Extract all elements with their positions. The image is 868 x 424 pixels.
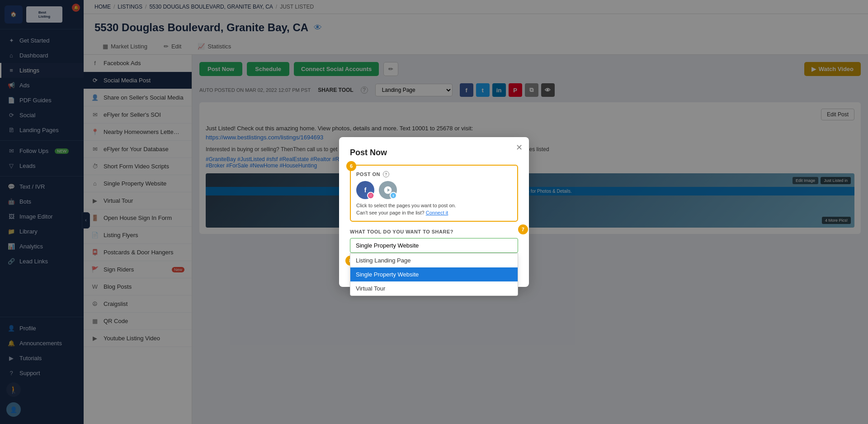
dropdown-listing-landing-page[interactable]: Listing Landing Page [350, 253, 518, 267]
tool-select[interactable]: Listing Landing Page Single Property Web… [350, 238, 518, 253]
modal-title: Post Now [350, 148, 518, 157]
dropdown-virtual-tour[interactable]: Virtual Tour [350, 281, 518, 295]
svg-point-2 [372, 195, 372, 195]
svg-rect-0 [369, 194, 373, 197]
tw-overlay-badge: t [390, 192, 397, 199]
post-on-info-icon[interactable]: ? [383, 171, 389, 177]
step-7-badge: 7 [518, 224, 528, 234]
tool-dropdown: Listing Landing Page Single Property Web… [350, 253, 518, 296]
share-tool-section-label: WHAT TOOL DO YOU WANT TO SHARE? 7 [350, 229, 518, 234]
post-on-label: POST ON ? [356, 171, 512, 177]
social-account-tw[interactable]: t [379, 181, 397, 199]
social-account-fb-ig[interactable]: f [356, 181, 374, 199]
svg-point-1 [370, 195, 372, 196]
dropdown-single-property-website[interactable]: Single Property Website [350, 267, 518, 281]
post-on-box: 6 POST ON ? f [350, 165, 518, 222]
tool-select-wrapper: Listing Landing Page Single Property Web… [350, 238, 518, 253]
modal-overlay[interactable]: ✕ Post Now 6 POST ON ? f [0, 0, 868, 424]
connect-hint: Can't see your page in the list? Connect… [356, 210, 512, 215]
modal-close-button[interactable]: ✕ [516, 143, 523, 152]
connect-it-link[interactable]: Connect it [426, 210, 448, 215]
share-tool-section: WHAT TOOL DO YOU WANT TO SHARE? 7 Listin… [350, 229, 518, 253]
social-account-icons: f t [356, 181, 512, 199]
step-6-badge: 6 [346, 161, 356, 171]
post-now-modal: ✕ Post Now 6 POST ON ? f [339, 137, 529, 287]
post-on-hint: Click to select the pages you want to po… [356, 203, 512, 208]
ig-overlay-badge [367, 192, 374, 199]
